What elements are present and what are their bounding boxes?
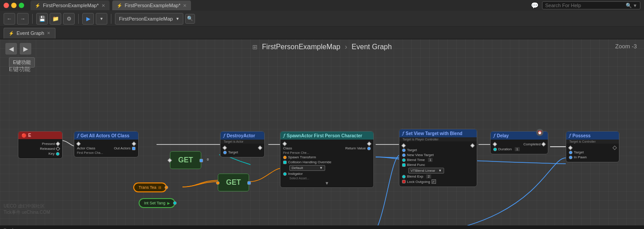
duration-pin [493, 148, 497, 151]
titlebar-right: 💬 🔍 ▼ [531, 1, 640, 9]
search-icon: 🔍 [626, 3, 632, 8]
search-bar[interactable]: 🔍 ▼ [542, 1, 640, 9]
forward-button[interactable]: → [17, 13, 29, 25]
divider-1 [32, 14, 33, 24]
save-button[interactable]: 💾 [36, 13, 48, 25]
exec-in-pin [76, 142, 81, 146]
graph-tab-label: Event Graph [17, 30, 44, 36]
instigator-pin [283, 172, 287, 176]
delay-body: Completed Duration 1 [491, 140, 548, 154]
possess-header: 𝑓 Possess [566, 131, 619, 140]
key-pin [56, 152, 59, 156]
spawn-transform-pin [283, 156, 287, 159]
e-event-body: Pressed Released Key [18, 139, 62, 158]
svt-new-view-row: New View Target [402, 153, 474, 157]
spawn-exec-out [367, 142, 372, 146]
map-search-button[interactable]: 🔍 [185, 14, 195, 24]
collision-dropdown-inner[interactable]: Default ▼ [289, 165, 325, 171]
int-set-icon: ▶ [167, 201, 170, 205]
possess-node[interactable]: 𝑓 Possess Target is Controller Target In… [566, 131, 619, 162]
get-all-actors-node[interactable]: 𝑓 Get All Actors Of Class Actor Class Ou… [74, 131, 139, 157]
breadcrumb-arrow: › [345, 43, 347, 51]
spawn-exec-in [283, 142, 287, 146]
svt-target-label: Target [407, 148, 417, 152]
back-button[interactable]: ← [4, 13, 15, 25]
possess-inpawn-pin [569, 156, 572, 159]
target-label: Target [228, 150, 238, 154]
blend-exp-row: Blend Exp 2 [402, 174, 474, 178]
close-button[interactable] [4, 3, 9, 8]
set-view-target-node[interactable]: 𝑓 Set View Target with Blend Target is P… [399, 129, 477, 187]
blueprint-canvas[interactable]: ◀ ▶ ⊞ FirstPersonExampleMap › Event Grap… [0, 39, 644, 225]
maximize-button[interactable] [19, 3, 24, 8]
destroy-actor-body: Target [220, 144, 264, 157]
lock-checkbox[interactable]: ✓ [432, 179, 436, 184]
tab-2[interactable]: ⚡ FirstPersonExampleMap* ✕ [112, 0, 191, 10]
get-all-actors-body: Actor Class Out Actors First Person Cha.… [74, 140, 138, 157]
nav-back-button[interactable]: ◀ [5, 43, 17, 55]
func-icon-6: 𝑓 [569, 133, 571, 138]
func-icon-5: 𝑓 [494, 133, 495, 138]
destroy-actor-node[interactable]: 𝑓 DestroyActor Target is Actor Target [220, 131, 265, 157]
trans-temp-node[interactable]: Trans Tea ⊟ [133, 182, 167, 192]
toolbar: ← → 💾 📁 ⚙ ▶ ▼ FirstPersonExampleMap ▼ 🔍 [0, 11, 644, 27]
collision-dropdown[interactable]: Default ▼ [289, 165, 364, 171]
func-icon: 𝑓 [77, 133, 79, 138]
class-label: Class [283, 146, 292, 150]
destroy-exec-out [258, 146, 263, 150]
destroy-actor-header: 𝑓 DestroyActor [220, 131, 264, 140]
return-val-label: Return Value [345, 146, 366, 150]
play-button[interactable]: ▶ [82, 13, 94, 25]
class-name-val: First Person Che... [283, 151, 309, 154]
divider-3 [111, 14, 111, 24]
released-pin [56, 147, 60, 151]
delay-exec-in [493, 142, 497, 147]
get-out-pin-2 [247, 181, 251, 185]
get-node-1[interactable]: GET 0 [170, 151, 201, 169]
nav-forward-button[interactable]: ▶ [20, 43, 31, 55]
play-options-button[interactable]: ▼ [96, 13, 107, 25]
instigator-row: Instigator [283, 172, 371, 176]
lock-outgoing-row: Lock Outgoing ✓ [402, 179, 474, 184]
minimize-button[interactable] [11, 3, 17, 8]
blend-exp-val: 2 [426, 174, 431, 178]
expand-arrow[interactable]: ▼ [283, 181, 371, 186]
int-set-tang-node[interactable]: Int Set Tang ▶ [139, 198, 175, 208]
content-browser-button[interactable]: 📁 [50, 13, 61, 25]
blend-func-dropdown[interactable]: VTBlend Linear ▼ [408, 168, 468, 174]
delay-node[interactable]: ⏰ 𝑓 Delay Completed Duration 1 [490, 131, 548, 154]
delay-exec-out [542, 142, 546, 147]
set-view-target-header: 𝑓 Set View Target with Blend [399, 129, 477, 137]
search-input[interactable] [545, 3, 626, 8]
collision-arrow: ▼ [319, 166, 323, 170]
blend-func-dropdown-inner[interactable]: VTBlend Linear ▼ [408, 168, 444, 174]
tab-1[interactable]: ⚡ FirstPersonExampleMap* ✕ [30, 0, 110, 10]
possess-sub: Target is Controller [566, 140, 619, 144]
trans-temp-label: Trans Tea [139, 185, 157, 190]
get-orange-pin [216, 181, 220, 185]
duration-label: Duration [498, 147, 512, 151]
svt-target-row: Target [402, 148, 474, 152]
class-val: First Person Cha... [77, 151, 103, 154]
blend-exp-pin [402, 175, 406, 178]
tab-1-close[interactable]: ✕ [102, 3, 105, 8]
blend-func-label: Blend Func [407, 163, 425, 167]
map-dropdown[interactable]: FirstPersonExampleMap ▼ [115, 13, 183, 25]
settings-button[interactable]: ⚙ [63, 13, 75, 25]
spawn-actor-node[interactable]: 𝑓 SpawnActor First Person Character Clas… [280, 131, 374, 188]
delay-clock-icon: ⏰ [536, 129, 543, 136]
key-label: Key [48, 152, 55, 156]
e-event-node[interactable]: 🔴 E Pressed Released Key [18, 131, 63, 159]
possess-target-label: Target [574, 150, 584, 154]
possess-body: Target In Pawn [566, 144, 619, 162]
possess-target-pin [569, 151, 572, 154]
target-pin-row: Target [223, 150, 262, 154]
exec-in-row [77, 142, 136, 145]
graph-tab-close[interactable]: ✕ [47, 31, 51, 35]
search-settings-icon[interactable]: ▼ [633, 3, 637, 8]
get-node-2[interactable]: GET [218, 174, 249, 191]
lock-outgoing-label: Lock Outgoing [407, 180, 430, 184]
tab-2-close[interactable]: ✕ [183, 3, 186, 8]
chat-icon[interactable]: 💬 [531, 2, 538, 9]
event-graph-tab[interactable]: ⚡ Event Graph ✕ [4, 28, 55, 38]
